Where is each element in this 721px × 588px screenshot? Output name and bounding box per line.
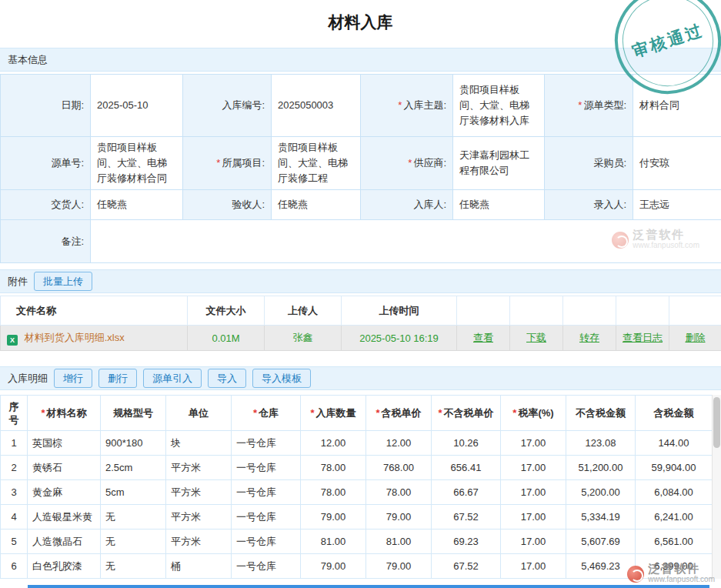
download-link[interactable]: 下载 [526,332,546,343]
table-cell: 平方米 [166,456,232,480]
excel-file-icon: X [7,335,18,346]
uploader-column-header: 上传人 [265,296,342,326]
date-label: 日期: [1,75,91,137]
table-cell: 3 [1,480,28,505]
column-header: 入库数量 [301,396,366,431]
actions-column-header [563,296,616,326]
attachments-header-row: 文件名称 文件大小 上传人 上传时间 [1,296,721,326]
table-cell: 17.00 [501,480,566,505]
table-cell: 17.00 [501,554,566,579]
attachment-uploader: 张鑫 [265,326,342,351]
table-cell: 51,200.00 [566,456,636,480]
deliverer-value: 任晓燕 [91,190,183,220]
view-link[interactable]: 查看 [473,332,493,343]
column-header: 材料名称 [28,396,101,431]
transfer-save-link[interactable]: 转存 [579,332,599,343]
table-cell: 17.00 [501,431,566,456]
basic-info-table: 日期: 2025-05-10 入库编号: 2025050003 入库主题: 贵阳… [0,74,721,263]
source-no-value: 贵阳项目样板间、大堂、电梯厅装修材料合同 [91,137,183,190]
table-cell: 79.00 [366,554,432,579]
table-cell: 2 [1,456,28,480]
table-cell: 白色乳胶漆 [28,554,101,579]
vertical-scrollbar[interactable] [712,395,721,579]
table-cell: 768.00 [366,456,432,480]
table-cell: 78.00 [366,480,432,505]
table-cell: 5 [1,530,28,554]
table-cell: 一号仓库 [232,431,301,456]
table-cell: 块 [166,431,232,456]
import-button[interactable]: 导入 [208,369,246,388]
basic-info-title: 基本信息 [8,53,48,67]
table-cell: 2.5cm [101,456,166,480]
table-cell: 5cm [101,480,166,505]
batch-upload-button[interactable]: 批量上传 [34,272,92,291]
horizontal-scrollbar[interactable] [28,585,709,588]
supplier-value: 天津嘉利园林工程有限公司 [453,137,545,190]
column-header: 仓库 [232,396,301,431]
file-size-column-header: 文件大小 [188,296,265,326]
table-cell: 1 [1,431,28,456]
table-cell: 一号仓库 [232,480,301,505]
table-cell: 17.00 [501,456,566,480]
inspector-value: 任晓燕 [272,190,361,220]
vertical-scrollbar-thumb[interactable] [713,397,720,448]
table-cell: 6,561.00 [636,530,713,554]
table-cell: 平方米 [166,480,232,505]
actions-column-header [510,296,563,326]
column-header: 单位 [166,396,232,431]
details-title: 入库明细 [8,372,48,386]
table-row: 5人造微晶石无平方米一号仓库81.0081.0069.2317.005,607.… [1,530,713,554]
table-row: 4人造银星米黄无平方米一号仓库79.0079.0067.5217.005,334… [1,505,713,530]
table-cell: 79.00 [366,505,432,530]
add-row-button[interactable]: 增行 [54,369,92,388]
table-cell: 79.00 [301,505,366,530]
table-cell: 一号仓库 [232,554,301,579]
table-row: 备注: [1,220,721,263]
subject-value: 贵阳项目样板间、大堂、电梯厅装修材料入库 [453,75,545,137]
details-table: 序号材料名称规格型号单位仓库入库数量含税单价不含税单价税率(%)不含税金额含税金… [0,395,713,579]
inspector-label: 验收人: [183,190,272,220]
table-row: 6白色乳胶漆无桶一号仓库79.0079.0067.5217.005,469.23… [1,554,713,579]
table-row: 2黄锈石2.5cm平方米一号仓库78.00768.00656.4117.0051… [1,456,713,480]
table-cell: 一号仓库 [232,505,301,530]
table-cell: 6,399.00 [636,554,713,579]
table-cell: 6 [1,554,28,579]
details-table-wrap: 序号材料名称规格型号单位仓库入库数量含税单价不含税单价税率(%)不含税金额含税金… [0,395,721,579]
table-cell: 67.52 [432,554,501,579]
table-cell: 79.00 [301,554,366,579]
table-cell: 平方米 [166,505,232,530]
table-cell: 81.00 [301,530,366,554]
attachment-file-size: 0.01M [188,326,265,351]
table-cell: 无 [101,554,166,579]
attachment-file-link[interactable]: 材料到货入库明细.xlsx [25,332,125,343]
source-import-button[interactable]: 源单引入 [143,369,202,388]
stocker-label: 入库人: [361,190,453,220]
table-cell: 黄锈石 [28,456,101,480]
column-header: 含税单价 [366,396,432,431]
entry-no-value: 2025050003 [272,75,361,137]
upload-time-column-header: 上传时间 [342,296,457,326]
project-label: 所属项目: [183,137,272,190]
table-cell: 人造银星米黄 [28,505,101,530]
basic-info-section-header: 基本信息 [0,48,721,72]
delete-row-button[interactable]: 删行 [98,369,137,388]
supplier-label: 供应商: [361,137,453,190]
view-log-link[interactable]: 查看日志 [623,332,663,343]
table-row: 交货人: 任晓燕 验收人: 任晓燕 入库人: 任晓燕 录入人: 王志远 [1,190,721,220]
table-cell: 4 [1,505,28,530]
details-section-header: 入库明细 增行 删行 源单引入 导入 导入模板 [0,366,721,390]
table-cell: 人造微晶石 [28,530,101,554]
table-cell: 81.00 [366,530,432,554]
attachments-title: 附件 [8,275,28,289]
recorder-label: 录入人: [545,190,633,220]
table-cell: 78.00 [301,480,366,505]
attachments-table: 文件名称 文件大小 上传人 上传时间 X 材料到货入库明细.xlsx 0.01M… [0,296,721,351]
table-cell: 5,469.23 [566,554,636,579]
import-template-button[interactable]: 导入模板 [252,369,311,388]
table-cell: 5,607.69 [566,530,636,554]
entry-no-label: 入库编号: [183,75,272,137]
table-cell: 656.41 [432,456,501,480]
table-cell: 123.08 [566,431,636,456]
delete-link[interactable]: 删除 [686,332,706,343]
deliverer-label: 交货人: [1,190,91,220]
